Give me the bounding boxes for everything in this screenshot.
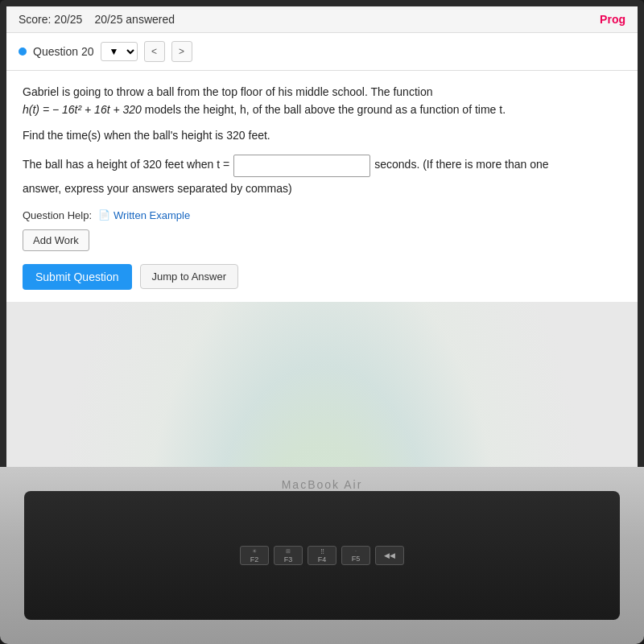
written-example-link[interactable]: 📄 Written Example	[98, 209, 190, 221]
bottom-buttons: Submit Question Jump to Answer	[23, 264, 621, 290]
answer-suffix: seconds. (If there is more than one	[374, 155, 548, 175]
question-help: Question Help: 📄 Written Example	[23, 209, 621, 221]
written-example-label: Written Example	[114, 209, 190, 221]
answer-note: answer, express your answers separated b…	[23, 182, 621, 195]
question-text-line2: models the height, h, of the ball above …	[145, 103, 506, 116]
key-f3: ⊞ F3	[274, 546, 303, 565]
screen-bezel: Score: 20/25 20/25 answered Prog Questio…	[0, 0, 644, 479]
question-select[interactable]: ▼	[101, 42, 138, 61]
key-rewind: ◀◀	[375, 546, 404, 565]
screen-container: Score: 20/25 20/25 answered Prog Questio…	[0, 0, 644, 644]
answer-prefix: The ball has a height of 320 feet when t…	[23, 155, 229, 175]
help-label: Question Help:	[23, 209, 92, 221]
question-text-line1: Gabriel is going to throw a ball from th…	[23, 85, 432, 98]
next-button[interactable]: >	[171, 41, 192, 62]
add-work-button[interactable]: Add Work	[23, 229, 89, 251]
question-text: Gabriel is going to throw a ball from th…	[23, 83, 621, 119]
answered-label: 20/25 answered	[94, 13, 175, 26]
screen: Score: 20/25 20/25 answered Prog Questio…	[6, 6, 638, 469]
key-f2: ☀ F2	[240, 546, 269, 565]
submit-button[interactable]: Submit Question	[23, 264, 132, 290]
question-label: Question 20	[33, 45, 94, 58]
question-dot	[19, 47, 27, 56]
doc-icon: 📄	[98, 209, 110, 221]
question-formula: h(t) = − 16t² + 16t + 320	[23, 103, 142, 116]
key-f4: ⣿ F4	[308, 546, 336, 565]
find-text: Find the time(s) when the ball's height …	[23, 129, 621, 142]
question-nav: Question 20 ▼ < >	[6, 33, 638, 71]
prog-link[interactable]: Prog	[600, 13, 625, 26]
header-bar: Score: 20/25 20/25 answered Prog	[6, 6, 638, 33]
macbook-label: MacBook Air	[282, 478, 363, 491]
answer-input[interactable]	[233, 155, 370, 177]
key-f5: · F5	[341, 546, 370, 565]
laptop-body: MacBook Air ☀ F2 ⊞ F3 ⣿ F4 · F5	[0, 467, 644, 644]
content-panel: Score: 20/25 20/25 answered Prog Questio…	[6, 6, 638, 302]
score-info: Score: 20/25 20/25 answered	[19, 13, 175, 26]
score-label: Score: 20/25	[19, 13, 82, 26]
answer-row: The ball has a height of 320 feet when t…	[23, 155, 621, 177]
question-body: Gabriel is going to throw a ball from th…	[6, 71, 638, 302]
keyboard-row: ☀ F2 ⊞ F3 ⣿ F4 · F5 ◀◀	[240, 546, 404, 565]
prev-button[interactable]: <	[144, 41, 165, 62]
laptop-keyboard: ☀ F2 ⊞ F3 ⣿ F4 · F5 ◀◀	[24, 491, 620, 620]
jump-to-answer-button[interactable]: Jump to Answer	[140, 264, 239, 289]
